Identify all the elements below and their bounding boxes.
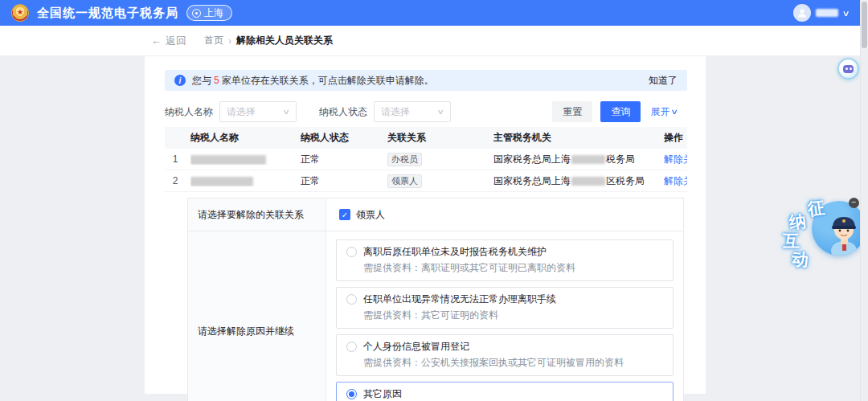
query-button[interactable]: 查询 bbox=[600, 101, 641, 122]
col-taxpayer-name: 纳税人名称 bbox=[190, 131, 301, 145]
relation-checkbox-label: 领票人 bbox=[356, 208, 385, 222]
reason-option-desc: 需提供资料：其它可证明的资料 bbox=[363, 309, 663, 322]
expand-filters-link[interactable]: 展开 ∨ bbox=[650, 105, 678, 119]
redacted-taxpayer-name bbox=[190, 155, 266, 165]
reason-option-3[interactable]: 个人身份信息被冒用登记 需提供资料：公安机关接报案回执或其它可证明被冒用的资料 bbox=[336, 334, 674, 376]
national-emblem-logo bbox=[11, 4, 29, 22]
table-header-row: 纳税人名称 纳税人状态 关联关系 主管税务机关 操作 bbox=[165, 127, 687, 149]
reason-option-desc: 需提供资料：离职证明或其它可证明已离职的资料 bbox=[363, 261, 663, 275]
redacted-username bbox=[816, 9, 838, 17]
scrollbar-thumb[interactable] bbox=[862, 2, 867, 48]
radio-unchecked-icon bbox=[346, 247, 357, 257]
radio-unchecked-icon bbox=[346, 294, 357, 305]
chevron-down-icon: ∨ bbox=[841, 9, 850, 18]
notice-dismiss-button[interactable]: 知道了 bbox=[649, 74, 678, 88]
breadcrumb-current-page: 解除相关人员关联关系 bbox=[236, 34, 333, 47]
reason-option-title: 其它原因 bbox=[363, 387, 402, 401]
table-row: 1 正常 办税员 国家税务总局上海税务局 解除关联 bbox=[165, 149, 687, 170]
tax-authority: 国家税务总局上海税务局 bbox=[493, 153, 664, 166]
taxpayer-status: 正常 bbox=[301, 174, 387, 188]
redacted-district bbox=[571, 155, 605, 164]
chat-assistant-button[interactable] bbox=[837, 58, 859, 80]
mascot-char: 征 bbox=[806, 196, 826, 221]
page-scrollbar[interactable] bbox=[860, 0, 868, 401]
detach-link[interactable]: 解除关联 bbox=[664, 153, 687, 165]
relation-tag: 办税员 bbox=[387, 153, 422, 166]
reset-button[interactable]: 重置 bbox=[552, 101, 592, 122]
reason-option-title: 任职单位出现异常情况无法正常办理离职手续 bbox=[363, 293, 556, 306]
reason-option-2[interactable]: 任职单位出现异常情况无法正常办理离职手续 需提供资料：其它可证明的资料 bbox=[336, 287, 674, 329]
detach-form: 请选择要解除的关联关系 ✓ 领票人 请选择解除原因并继续 离职后原任职单位未及时… bbox=[187, 198, 684, 401]
reason-options: 离职后原任职单位未及时报告税务机关维护 需提供资料：离职证明或其它可证明已离职的… bbox=[326, 231, 683, 401]
breadcrumb-home[interactable]: 首页 bbox=[204, 34, 223, 47]
breadcrumb: ← 返回 首页 › 解除相关人员关联关系 bbox=[0, 26, 860, 56]
relation-select-label: 请选择要解除的关联关系 bbox=[188, 198, 326, 231]
redacted-district bbox=[571, 177, 605, 186]
association-count: 5 bbox=[211, 75, 222, 86]
reason-option-1[interactable]: 离职后原任职单位未及时报告税务机关维护 需提供资料：离职证明或其它可证明已离职的… bbox=[336, 239, 674, 281]
col-relation: 关联关系 bbox=[387, 131, 493, 145]
taxpayer-status-placeholder: 请选择 bbox=[381, 105, 410, 119]
radio-checked-icon bbox=[346, 389, 357, 399]
association-notice-banner: i 您与5家单位存在关联关系，可点击解除关联申请解除。 知道了 bbox=[165, 70, 687, 91]
mascot-minimize-button[interactable]: − bbox=[849, 198, 859, 208]
reason-option-4-selected[interactable]: 其它原因 可提供资料：其它原因的证明材料 bbox=[336, 382, 674, 401]
taxpayer-status-label: 纳税人状态 bbox=[319, 105, 367, 119]
robot-icon bbox=[843, 65, 854, 73]
chevron-down-icon: ∨ bbox=[671, 108, 679, 116]
col-authority: 主管税务机关 bbox=[493, 131, 664, 145]
relation-tag: 领票人 bbox=[387, 174, 422, 188]
table-row: 2 正常 领票人 国家税务总局上海区税务局 解除关联 bbox=[165, 170, 687, 192]
detach-link[interactable]: 解除关联 bbox=[664, 175, 687, 186]
location-pin-icon bbox=[192, 9, 201, 18]
reason-select-label: 请选择解除原因并继续 bbox=[188, 231, 326, 401]
app-header: 全国统一规范电子税务局 上海 ∨ bbox=[0, 0, 860, 26]
row-index: 1 bbox=[165, 153, 190, 165]
relation-checkbox-checked[interactable]: ✓ bbox=[339, 209, 350, 220]
taxpayer-name-placeholder: 请选择 bbox=[227, 105, 256, 119]
info-icon: i bbox=[174, 75, 186, 86]
row-index: 2 bbox=[165, 175, 190, 186]
chevron-down-icon: ∨ bbox=[283, 108, 291, 116]
mascot-char: 动 bbox=[791, 248, 810, 272]
col-action: 操作 bbox=[664, 131, 687, 145]
back-arrow-icon: ← bbox=[151, 35, 162, 47]
taxpayer-name-label: 纳税人名称 bbox=[165, 105, 213, 119]
radio-unchecked-icon bbox=[346, 342, 357, 352]
taxpayer-status-select[interactable]: 请选择 ∨ bbox=[374, 101, 451, 122]
chevron-down-icon: ∨ bbox=[437, 108, 445, 116]
taxpayer-name-select[interactable]: 请选择 ∨ bbox=[219, 101, 297, 122]
filter-row: 纳税人名称 请选择 ∨ 纳税人状态 请选择 ∨ 重置 查询 展开 ∨ bbox=[165, 100, 687, 123]
taxpayer-status: 正常 bbox=[301, 153, 387, 166]
breadcrumb-separator: › bbox=[228, 35, 231, 47]
location-badge[interactable]: 上海 bbox=[186, 5, 232, 21]
reason-option-title: 个人身份信息被冒用登记 bbox=[363, 340, 469, 354]
reason-option-desc: 需提供资料：公安机关接报案回执或其它可证明被冒用的资料 bbox=[363, 356, 663, 370]
reason-option-title: 离职后原任职单位未及时报告税务机关维护 bbox=[363, 245, 547, 259]
col-taxpayer-status: 纳税人状态 bbox=[301, 131, 387, 145]
header-user-menu[interactable]: ∨ bbox=[793, 4, 849, 22]
tax-authority: 国家税务总局上海区税务局 bbox=[493, 174, 664, 188]
content-panel: i 您与5家单位存在关联关系，可点击解除关联申请解除。 知道了 纳税人名称 请选… bbox=[145, 56, 706, 394]
redacted-taxpayer-name bbox=[190, 177, 253, 186]
app-title: 全国统一规范电子税务局 bbox=[37, 6, 178, 21]
notice-text: 您与5家单位存在关联关系，可点击解除关联申请解除。 bbox=[192, 74, 434, 88]
location-label: 上海 bbox=[204, 6, 223, 20]
back-label: 返回 bbox=[166, 34, 186, 48]
association-table: 纳税人名称 纳税人状态 关联关系 主管税务机关 操作 1 正常 办税员 国家税务… bbox=[165, 127, 687, 192]
back-button[interactable]: ← 返回 bbox=[151, 34, 186, 48]
user-avatar-icon bbox=[793, 4, 811, 22]
